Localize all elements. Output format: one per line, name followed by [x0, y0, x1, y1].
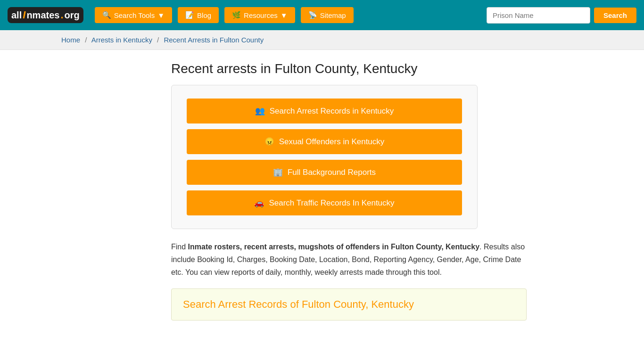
building-icon: 🏢: [273, 167, 283, 177]
header-search-button[interactable]: Search: [594, 8, 636, 23]
breadcrumb: Home / Arrests in Kentucky / Recent Arre…: [0, 30, 644, 50]
description-prefix: Find: [171, 243, 188, 251]
description-bold: Inmate rosters, recent arrests, mugshots…: [188, 243, 479, 251]
breadcrumb-sep-1: /: [85, 36, 87, 44]
logo-text-i: I: [23, 9, 25, 21]
breadcrumb-home[interactable]: Home: [61, 36, 80, 44]
offender-icon: 😠: [264, 137, 274, 147]
search-records-title: Search Arrest Records of Fulton County, …: [183, 298, 515, 311]
search-records-section: Search Arrest Records of Fulton County, …: [171, 288, 527, 321]
search-arrest-records-button[interactable]: 👥 Search Arrest Records in Kentucky: [187, 99, 462, 123]
breadcrumb-arrests-kentucky[interactable]: Arrests in Kentucky: [91, 36, 152, 44]
logo[interactable]: all I nmates . org: [8, 7, 83, 23]
background-reports-button[interactable]: 🏢 Full Background Reports: [187, 160, 462, 185]
background-reports-label: Full Background Reports: [288, 168, 376, 177]
header-search-area: Search: [487, 7, 636, 24]
search-button-label: Search: [603, 11, 627, 19]
page-title: Recent arrests in Fulton County, Kentuck…: [171, 61, 527, 76]
chevron-down-icon-resources: ▼: [281, 11, 288, 19]
prison-name-input[interactable]: [487, 7, 590, 24]
description-paragraph: Find Inmate rosters, recent arrests, mug…: [171, 240, 527, 279]
sitemap-label: Sitemap: [320, 11, 346, 19]
traffic-records-label: Search Traffic Records In Kentucky: [269, 198, 394, 208]
chevron-down-icon: ▼: [157, 11, 165, 19]
breadcrumb-sep-2: /: [157, 36, 159, 44]
sexual-offenders-label: Sexual Offenders in Kentucky: [279, 137, 385, 147]
breadcrumb-current: Recent Arrests in Fulton County: [164, 36, 264, 44]
sitemap-button[interactable]: 📡 Sitemap: [301, 7, 354, 23]
resources-label: Resources: [244, 11, 278, 19]
sitemap-icon: 📡: [308, 11, 317, 19]
people-icon: 👥: [255, 106, 265, 116]
car-icon: 🚗: [254, 198, 264, 208]
sexual-offenders-button[interactable]: 😠 Sexual Offenders in Kentucky: [187, 129, 462, 154]
search-tools-button[interactable]: 🔍 Search Tools ▼: [95, 7, 172, 23]
logo-text-nmates: nmates: [26, 10, 59, 21]
resources-icon: 🌿: [232, 11, 241, 19]
search-tools-label: Search Tools: [114, 11, 155, 19]
blog-button[interactable]: 📝 Blog: [178, 7, 219, 23]
logo-text-all: all: [11, 10, 22, 21]
logo-dot: .: [60, 9, 63, 21]
action-button-panel: 👥 Search Arrest Records in Kentucky 😠 Se…: [171, 85, 478, 229]
blog-icon: 📝: [185, 11, 194, 19]
logo-text-org: org: [65, 10, 80, 21]
search-icon: 🔍: [102, 11, 111, 19]
search-arrest-records-label: Search Arrest Records in Kentucky: [270, 107, 394, 116]
traffic-records-button[interactable]: 🚗 Search Traffic Records In Kentucky: [187, 190, 462, 215]
site-header: all I nmates . org 🔍 Search Tools ▼ 📝 Bl…: [0, 0, 644, 30]
blog-label: Blog: [197, 11, 211, 19]
main-content: Recent arrests in Fulton County, Kentuck…: [110, 61, 534, 321]
resources-button[interactable]: 🌿 Resources ▼: [224, 7, 295, 23]
